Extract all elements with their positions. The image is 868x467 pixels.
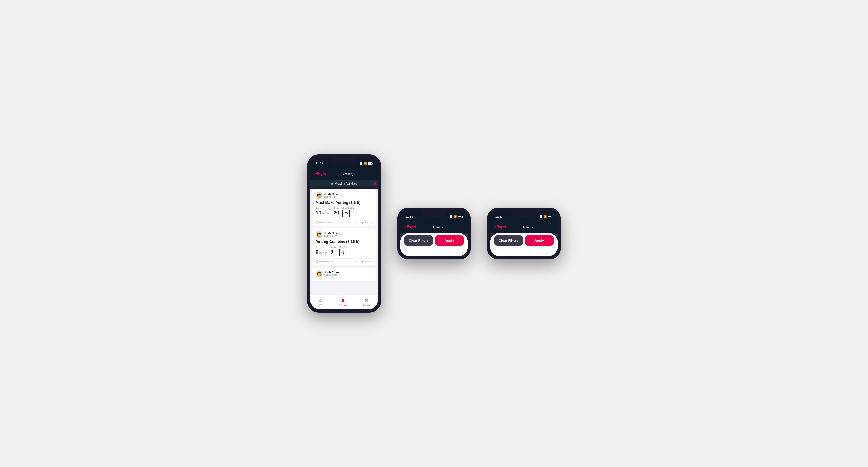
notch-3 (512, 211, 536, 217)
card-footer-2: i Test Information Data: Clippd Capture (315, 258, 373, 263)
apply-btn-3[interactable]: Apply (525, 235, 554, 246)
clear-filters-btn-2[interactable]: Clear Filters (404, 235, 433, 246)
activity-title-1: Must Make Putting (3-6 ft) (315, 200, 373, 205)
scene: 11:33 ▐▌ 📶 clippd Activity ⚙ Viewing Act… (291, 138, 577, 329)
shots-main-2: 9 (330, 249, 333, 255)
stat-quality-2: Shot Quality 45 (339, 246, 351, 256)
menu-icon-2[interactable] (459, 226, 464, 229)
card-header-2: 🧑 Josh Coles 28 Feb 2023 ··· (315, 231, 373, 238)
footer-info-text-2: Test Information (319, 260, 334, 263)
info-icon-2: i (315, 260, 318, 263)
wifi-icon-1: 📶 (364, 162, 367, 165)
stat-score-2: Score 0 OUT OF (315, 246, 327, 256)
filter-sheet-2: Filter ✕ Show Rounds Practice Drills Rou… (400, 233, 468, 256)
clear-filters-btn-3[interactable]: Clear Filters (494, 235, 523, 246)
viewing-dot-1 (374, 183, 376, 185)
user-name-3: Josh Coles (324, 271, 340, 274)
stat-score-1: Score 10 OUT OF (315, 207, 330, 217)
footer-info-1: i Test Information (315, 221, 334, 224)
tab-bar-1: ⌂ Home ♟ Activities ⊕ Capture (310, 295, 378, 309)
avatar-figure-1: 🧑 (317, 193, 321, 197)
phone-2-inner: 11:33 ▐▌ 📶 clippd Activity ⚙ Viewing Act… (400, 211, 468, 256)
activity-title-2: Putting Combine (3-15 ft) (315, 240, 373, 244)
nav-bar-1: clippd Activity (310, 168, 378, 180)
viewing-bar-label-1: Viewing Activities (335, 182, 357, 185)
wifi-icon-3: 📶 (544, 215, 547, 218)
status-icons-3: ▐▌ 📶 (539, 215, 553, 218)
activity-list-1: 🧑 Josh Coles 28 Feb 2023 ··· Must Make P… (310, 189, 378, 295)
card-footer-1: i Test Information Data: Clippd Capture (315, 219, 373, 224)
phone-1: 11:33 ▐▌ 📶 clippd Activity ⚙ Viewing Act… (307, 154, 381, 313)
card-dots-2[interactable]: ··· (369, 232, 373, 237)
capture-icon-1: ⊕ (365, 298, 368, 303)
shots-label-1: Shots (333, 207, 339, 209)
out-of-2: OUT OF (319, 252, 327, 254)
stat-quality-1: Shot Quality 75 (342, 207, 354, 217)
avatar-figure-2: 🧑 (317, 232, 321, 237)
nav-bar-2: clippd Activity (400, 221, 468, 233)
tab-activities-1[interactable]: ♟ Activities (339, 298, 347, 306)
footer-info-text-1: Test Information (319, 221, 334, 224)
shots-value-row-2: 9 (330, 249, 336, 255)
user-info-1: 🧑 Josh Coles 28 Feb 2023 (315, 192, 340, 199)
score-main-2: 0 (315, 249, 318, 255)
activity-card-3[interactable]: 🧑 Josh Coles 28 Feb 2023 ··· (312, 268, 376, 281)
apply-btn-2[interactable]: Apply (435, 235, 464, 246)
modal-overlay-2: Filter ✕ Show Rounds Practice Drills Rou… (400, 233, 468, 256)
card-dots-3[interactable]: ··· (369, 272, 373, 276)
logo-1: clippd (314, 172, 326, 176)
shots-main-1: 20 (333, 210, 339, 216)
wifi-icon-2: 📶 (454, 215, 457, 218)
status-icons-1: ▐▌ 📶 (360, 162, 373, 165)
user-date-2: 28 Feb 2023 (324, 235, 340, 238)
tab-home-1[interactable]: ⌂ Home (318, 298, 323, 306)
user-name-1: Josh Coles (324, 192, 340, 196)
card-dots-1[interactable]: ··· (369, 193, 373, 197)
user-info-3: 🧑 Josh Coles 28 Feb 2023 (315, 270, 340, 277)
user-details-3: Josh Coles 28 Feb 2023 (324, 271, 340, 277)
nav-title-1: Activity (342, 172, 353, 176)
quality-value-2: 45 (339, 249, 346, 256)
battery-icon-3 (548, 216, 553, 218)
stat-shots-1: Shots 20 (333, 207, 339, 217)
viewing-bar-1[interactable]: ⚙ Viewing Activities (310, 180, 378, 187)
card-header-1: 🧑 Josh Coles 28 Feb 2023 ··· (315, 192, 373, 199)
modal-overlay-3: Filter ✕ Show Rounds Practice Drills Pra… (490, 233, 558, 256)
tab-activities-label-1: Activities (339, 304, 347, 306)
activity-card-2[interactable]: 🧑 Josh Coles 28 Feb 2023 ··· Putting Com… (312, 228, 376, 266)
filter-body-3: Show Rounds Practice Drills Practice Dri… (490, 233, 558, 233)
phone-3-inner: 11:33 ▐▌ 📶 clippd Activity ⚙ Viewing Act… (490, 211, 558, 256)
menu-icon-3[interactable] (549, 226, 554, 229)
avatar-1: 🧑 (315, 192, 322, 199)
info-icon-1: i (315, 221, 318, 224)
phone-2: 11:33 ▐▌ 📶 clippd Activity ⚙ Viewing Act… (397, 208, 471, 259)
logo-3: clippd (494, 225, 506, 229)
activity-card-1[interactable]: 🧑 Josh Coles 28 Feb 2023 ··· Must Make P… (312, 189, 376, 226)
tab-capture-1[interactable]: ⊕ Capture (363, 298, 370, 306)
logo-2: clippd (404, 225, 416, 229)
filter-body-2: Show Rounds Practice Drills Rounds Pract… (400, 233, 468, 233)
tab-home-label-1: Home (318, 304, 323, 306)
user-name-2: Josh Coles (324, 232, 340, 235)
user-details-2: Josh Coles 28 Feb 2023 (324, 232, 340, 238)
score-value-row-2: 0 OUT OF (315, 249, 327, 255)
status-icons-2: ▐▌ 📶 (450, 215, 463, 218)
user-info-2: 🧑 Josh Coles 28 Feb 2023 (315, 231, 340, 238)
nav-title-3: Activity (522, 225, 533, 229)
battery-icon-2 (458, 216, 463, 218)
score-value-row-1: 10 OUT OF (315, 210, 330, 216)
menu-icon-1[interactable] (369, 173, 374, 176)
shots-value-row-1: 20 (333, 210, 339, 216)
tab-capture-label-1: Capture (363, 304, 370, 306)
score-label-1: Score (315, 207, 330, 209)
footer-data-1: Data: Clippd Capture (353, 221, 373, 224)
status-time-3: 11:33 (495, 215, 503, 218)
avatar-2: 🧑 (315, 231, 322, 238)
activities-icon-1: ♟ (341, 298, 345, 303)
notch-2 (422, 211, 446, 217)
footer-info-2: i Test Information (315, 260, 334, 263)
filter-sheet-3: Filter ✕ Show Rounds Practice Drills Pra… (490, 233, 558, 256)
quality-value-1: 75 (342, 210, 350, 217)
quality-label-2: Shot Quality (339, 246, 351, 248)
phone-1-inner: 11:33 ▐▌ 📶 clippd Activity ⚙ Viewing Act… (310, 158, 378, 309)
